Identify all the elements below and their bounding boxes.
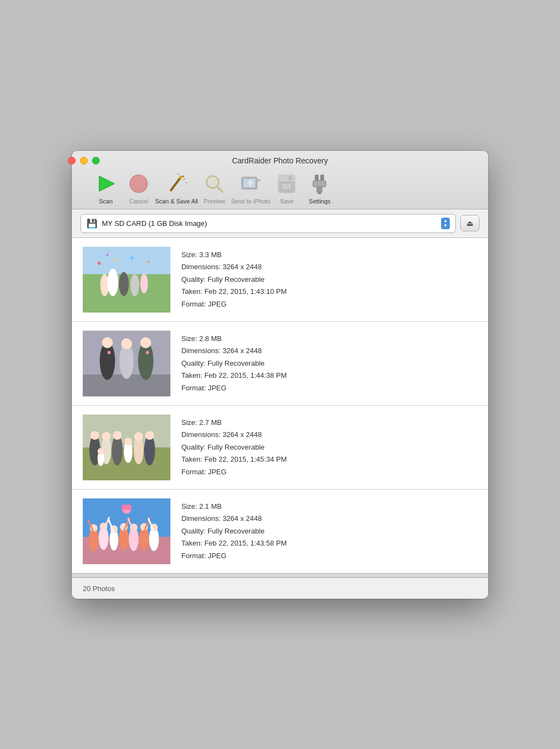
scan-label: Scan bbox=[99, 198, 112, 205]
toolbar: Scan Cancel bbox=[81, 169, 479, 209]
photo-size: Size: 3.3 MB bbox=[181, 249, 287, 260]
cancel-button[interactable]: Cancel bbox=[122, 172, 155, 205]
eject-button[interactable]: ⏏ bbox=[460, 215, 479, 231]
svg-rect-24 bbox=[317, 187, 322, 192]
photo-dimensions: Dimensions: 3264 x 2448 bbox=[181, 262, 287, 273]
photo-quality: Quality: Fully Recoverable bbox=[181, 358, 287, 369]
svg-rect-20 bbox=[288, 176, 292, 180]
photo-size: Size: 2.1 MB bbox=[181, 501, 287, 512]
device-row: 💾 MY SD CARD (1 GB Disk Image) ▲ ▼ ⏏ bbox=[72, 209, 488, 238]
svg-rect-23 bbox=[313, 180, 326, 187]
svg-point-31 bbox=[119, 272, 129, 296]
statusbar: 20 Photos bbox=[72, 577, 488, 599]
send-to-iphoto-button[interactable]: Send to iPhoto bbox=[231, 172, 270, 205]
svg-rect-27 bbox=[83, 247, 170, 274]
svg-point-58 bbox=[113, 431, 122, 440]
maximize-button[interactable] bbox=[92, 157, 100, 164]
iphoto-icon bbox=[239, 173, 261, 195]
photo-metadata: Size: 2.8 MB Dimensions: 3264 x 2448 Qua… bbox=[181, 333, 287, 394]
svg-point-47 bbox=[140, 337, 151, 348]
scan-button[interactable]: Scan bbox=[89, 172, 122, 205]
traffic-lights bbox=[72, 157, 100, 164]
device-arrows-button[interactable]: ▲ ▼ bbox=[441, 218, 450, 229]
scan-save-label: Scan & Save All bbox=[155, 198, 198, 205]
photo-item[interactable]: Size: 2.7 MB Dimensions: 3264 x 2448 Qua… bbox=[72, 406, 488, 490]
svg-point-35 bbox=[115, 259, 117, 262]
main-window: CardRaider Photo Recovery Scan bbox=[72, 151, 488, 599]
photo-item[interactable]: Size: 2.1 MB Dimensions: 3264 x 2448 Qua… bbox=[72, 490, 488, 573]
svg-rect-17 bbox=[278, 175, 295, 181]
play-icon bbox=[95, 173, 117, 195]
svg-line-2 bbox=[171, 177, 181, 190]
photo-count: 20 Photos bbox=[83, 585, 115, 593]
svg-point-49 bbox=[146, 351, 149, 354]
stop-icon bbox=[128, 173, 150, 195]
titlebar: CardRaider Photo Recovery Scan bbox=[72, 151, 488, 209]
scrollbar-area[interactable] bbox=[72, 573, 488, 577]
photo-size: Size: 2.7 MB bbox=[181, 417, 287, 428]
settings-label: Settings bbox=[309, 198, 331, 205]
photo-image bbox=[83, 247, 170, 313]
scan-save-icon bbox=[164, 172, 188, 196]
photo-list-container: Size: 3.3 MB Dimensions: 3264 x 2448 Qua… bbox=[72, 238, 488, 573]
save-button[interactable]: Save bbox=[270, 172, 303, 205]
photo-list: Size: 3.3 MB Dimensions: 3264 x 2448 Qua… bbox=[72, 238, 488, 573]
photo-art bbox=[83, 498, 170, 564]
photo-thumbnail bbox=[83, 498, 170, 564]
scan-save-all-button[interactable]: Scan & Save All bbox=[155, 172, 198, 205]
send-to-iphoto-icon bbox=[238, 172, 262, 196]
photo-thumbnail bbox=[83, 415, 170, 480]
svg-rect-19 bbox=[282, 184, 291, 189]
photo-thumbnail bbox=[83, 247, 170, 313]
svg-point-33 bbox=[140, 274, 148, 293]
svg-point-62 bbox=[134, 432, 143, 441]
preview-icon bbox=[202, 172, 226, 196]
photo-taken: Taken: Feb 22, 2015, 1:44:38 PM bbox=[181, 370, 287, 381]
plug-icon bbox=[308, 173, 330, 195]
svg-point-34 bbox=[98, 262, 101, 265]
svg-point-32 bbox=[130, 274, 139, 296]
arrow-down-icon: ▼ bbox=[443, 224, 448, 228]
photo-dimensions: Dimensions: 3264 x 2448 bbox=[181, 345, 287, 356]
save-label: Save bbox=[280, 198, 294, 205]
svg-point-56 bbox=[102, 432, 111, 441]
photo-thumbnail bbox=[83, 331, 170, 396]
svg-point-1 bbox=[130, 175, 147, 192]
photo-format: Format: JPEG bbox=[181, 467, 287, 478]
photo-format: Format: JPEG bbox=[181, 551, 287, 561]
photo-dimensions: Dimensions: 3264 x 2448 bbox=[181, 429, 287, 440]
svg-point-54 bbox=[90, 431, 99, 440]
svg-marker-0 bbox=[99, 176, 115, 191]
photo-item[interactable]: Size: 2.8 MB Dimensions: 3264 x 2448 Qua… bbox=[72, 322, 488, 406]
svg-point-4 bbox=[179, 175, 182, 179]
photo-art bbox=[83, 247, 170, 313]
cancel-label: Cancel bbox=[129, 198, 148, 205]
sd-card-icon: 💾 bbox=[87, 218, 98, 229]
wand-icon bbox=[165, 173, 187, 195]
preview-button[interactable]: Preview bbox=[198, 172, 231, 205]
svg-rect-15 bbox=[258, 180, 260, 181]
titlebar-top: CardRaider Photo Recovery bbox=[81, 156, 479, 165]
close-button[interactable] bbox=[72, 157, 76, 164]
photo-image bbox=[83, 415, 170, 480]
disk-icon bbox=[276, 173, 298, 195]
settings-button[interactable]: Settings bbox=[303, 172, 336, 205]
photo-size: Size: 2.8 MB bbox=[181, 333, 287, 344]
save-icon bbox=[275, 172, 299, 196]
photo-metadata: Size: 3.3 MB Dimensions: 3264 x 2448 Qua… bbox=[181, 249, 287, 310]
send-to-iphoto-label: Send to iPhoto bbox=[231, 198, 270, 205]
svg-point-30 bbox=[107, 269, 118, 296]
svg-point-64 bbox=[145, 431, 154, 440]
photo-item[interactable]: Size: 3.3 MB Dimensions: 3264 x 2448 Qua… bbox=[72, 238, 488, 322]
photo-taken: Taken: Feb 22, 2015, 1:43:58 PM bbox=[181, 538, 287, 549]
device-selector[interactable]: 💾 MY SD CARD (1 GB Disk Image) ▲ ▼ bbox=[81, 214, 456, 233]
window-title: CardRaider Photo Recovery bbox=[81, 156, 479, 165]
photo-quality: Quality: Fully Recoverable bbox=[181, 442, 287, 453]
photo-metadata: Size: 2.1 MB Dimensions: 3264 x 2448 Qua… bbox=[181, 501, 287, 561]
arrow-up-icon: ▲ bbox=[443, 219, 448, 223]
svg-point-45 bbox=[121, 338, 132, 349]
photo-art bbox=[83, 331, 170, 396]
scan-icon bbox=[94, 172, 118, 196]
magnifier-icon bbox=[203, 173, 225, 195]
minimize-button[interactable] bbox=[80, 157, 88, 164]
